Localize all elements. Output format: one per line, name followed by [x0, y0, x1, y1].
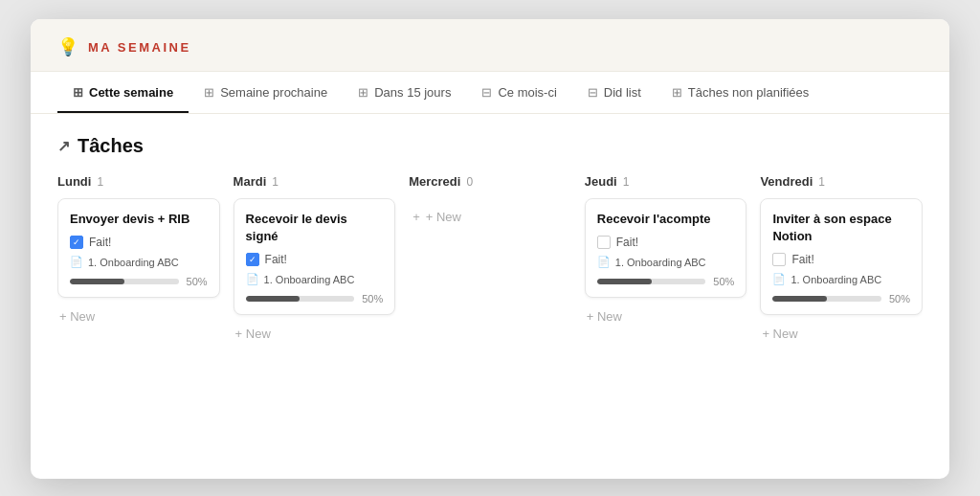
checkbox-row-vendredi-0: Fait!: [772, 253, 910, 266]
progress-bg-jeudi-0: [597, 279, 706, 284]
tab-cette-semaine[interactable]: ⊞ Cette semaine: [57, 72, 189, 113]
page-title: MA SEMAINE: [88, 40, 191, 55]
progress-bg-vendredi-0: [772, 296, 881, 302]
checkbox-label-vendredi-0: Fait!: [791, 253, 813, 266]
col-header-vendredi: Vendredi 1: [760, 174, 923, 189]
card-lundi-0[interactable]: Envoyer devis + RIB Fait! 📄 1. Onboardin…: [57, 198, 220, 298]
mercredi-content: + + New: [409, 198, 571, 345]
tab-ce-mois-ci[interactable]: ⊟ Ce mois-ci: [466, 72, 571, 113]
col-mercredi: Mercredi 0 + + New: [409, 174, 571, 345]
tab-label-did-list: Did list: [604, 85, 641, 100]
tasks-arrow-icon: ↗: [57, 137, 70, 155]
tab-semaine-prochaine[interactable]: ⊞ Semaine prochaine: [189, 72, 343, 113]
new-btn-lundi[interactable]: + New: [57, 305, 220, 327]
progress-fill-vendredi-0: [772, 296, 827, 302]
empty-new-btn-mercredi[interactable]: + + New: [409, 202, 465, 232]
col-vendredi: Vendredi 1 Inviter à son espace Notion F…: [760, 174, 923, 345]
col-day-vendredi: Vendredi: [760, 174, 813, 189]
tab-taches-non-planifiees[interactable]: ⊞ Tâches non planifiées: [657, 72, 824, 113]
tabs-bar: ⊞ Cette semaine ⊞ Semaine prochaine ⊞ Da…: [31, 72, 949, 114]
tab-did-list[interactable]: ⊟ Did list: [572, 72, 657, 113]
link-text-jeudi-0: 1. Onboarding ABC: [615, 257, 706, 268]
checkbox-row-mardi-0: Fait!: [246, 253, 384, 266]
tab-label-ce-mois-ci: Ce mois-ci: [498, 85, 556, 100]
tab-label-semaine-prochaine: Semaine prochaine: [220, 85, 327, 100]
progress-fill-lundi-0: [70, 279, 124, 284]
checkbox-jeudi-0[interactable]: [597, 236, 611, 249]
col-count-jeudi: 1: [623, 175, 630, 189]
new-btn-jeudi[interactable]: + New: [585, 305, 747, 327]
col-count-lundi: 1: [97, 175, 103, 189]
progress-label-mardi-0: 50%: [362, 293, 383, 304]
checkbox-label-lundi-0: Fait!: [89, 236, 111, 249]
tab-icon-did-list: ⊟: [588, 85, 598, 100]
progress-row-mardi-0: 50%: [246, 293, 384, 304]
tab-icon-semaine-prochaine: ⊞: [204, 85, 214, 100]
progress-fill-jeudi-0: [597, 279, 652, 284]
progress-bg-mardi-0: [246, 296, 355, 302]
link-row-lundi-0: 📄 1. Onboarding ABC: [70, 256, 208, 268]
col-count-mercredi: 0: [466, 175, 473, 189]
col-header-jeudi: Jeudi 1: [585, 174, 747, 189]
tab-icon-taches-non-planifiees: ⊞: [672, 85, 682, 100]
tab-icon-dans-15-jours: ⊞: [358, 85, 368, 100]
new-btn-vendredi[interactable]: + New: [760, 323, 923, 345]
checkbox-label-jeudi-0: Fait!: [616, 236, 638, 249]
card-title-vendredi-0: Inviter à son espace Notion: [772, 211, 910, 245]
link-icon-vendredi-0: 📄: [772, 273, 786, 285]
checkbox-row-lundi-0: Fait!: [70, 236, 208, 249]
bulb-icon: 💡: [57, 36, 78, 57]
section-title-label: Tâches: [78, 135, 144, 157]
checkbox-label-mardi-0: Fait!: [265, 253, 287, 266]
section-header: ↗ Tâches: [57, 135, 923, 157]
link-icon-mardi-0: 📄: [246, 273, 259, 285]
checkbox-row-jeudi-0: Fait!: [597, 236, 735, 249]
progress-row-vendredi-0: 50%: [772, 293, 910, 304]
card-title-jeudi-0: Recevoir l'acompte: [597, 211, 735, 228]
progress-row-lundi-0: 50%: [70, 276, 208, 287]
col-day-lundi: Lundi: [57, 174, 91, 189]
col-count-vendredi: 1: [818, 175, 825, 189]
checkbox-lundi-0[interactable]: [70, 236, 83, 249]
link-icon-lundi-0: 📄: [70, 256, 83, 268]
col-jeudi: Jeudi 1 Recevoir l'acompte Fait! 📄 1. On…: [585, 174, 747, 345]
new-btn-label-mardi: + New: [235, 327, 271, 341]
col-lundi: Lundi 1 Envoyer devis + RIB Fait! 📄 1. O…: [57, 174, 220, 345]
new-btn-label-jeudi: + New: [587, 309, 622, 324]
link-text-lundi-0: 1. Onboarding ABC: [88, 257, 179, 268]
link-text-mardi-0: 1. Onboarding ABC: [264, 274, 355, 285]
kanban-board: Lundi 1 Envoyer devis + RIB Fait! 📄 1. O…: [57, 174, 923, 345]
link-text-vendredi-0: 1. Onboarding ABC: [791, 274, 881, 285]
card-mardi-0[interactable]: Recevoir le devis signé Fait! 📄 1. Onboa…: [234, 198, 396, 315]
col-header-mercredi: Mercredi 0: [409, 174, 571, 189]
tab-label-dans-15-jours: Dans 15 jours: [374, 85, 451, 100]
tab-icon-ce-mois-ci: ⊟: [481, 85, 492, 100]
progress-fill-mardi-0: [246, 296, 301, 302]
link-icon-jeudi-0: 📄: [597, 256, 611, 268]
col-count-mardi: 1: [272, 175, 278, 189]
tab-dans-15-jours[interactable]: ⊞ Dans 15 jours: [343, 72, 466, 113]
checkbox-mardi-0[interactable]: [246, 253, 259, 266]
checkbox-vendredi-0[interactable]: [772, 253, 786, 266]
card-jeudi-0[interactable]: Recevoir l'acompte Fait! 📄 1. Onboarding…: [585, 198, 747, 298]
col-day-jeudi: Jeudi: [585, 174, 617, 189]
empty-new-label-mercredi: + New: [426, 210, 461, 224]
progress-row-jeudi-0: 50%: [597, 276, 735, 287]
main-window: 💡 MA SEMAINE ⊞ Cette semaine ⊞ Semaine p…: [31, 19, 949, 479]
card-vendredi-0[interactable]: Inviter à son espace Notion Fait! 📄 1. O…: [760, 198, 923, 315]
col-header-lundi: Lundi 1: [57, 174, 220, 189]
tab-label-cette-semaine: Cette semaine: [89, 85, 173, 100]
col-day-mercredi: Mercredi: [409, 174, 460, 189]
card-title-lundi-0: Envoyer devis + RIB: [70, 211, 208, 228]
link-row-jeudi-0: 📄 1. Onboarding ABC: [597, 256, 735, 268]
tab-icon-cette-semaine: ⊞: [73, 85, 83, 100]
progress-label-lundi-0: 50%: [187, 276, 208, 287]
new-btn-mardi[interactable]: + New: [234, 323, 396, 345]
empty-new-icon-mercredi: +: [412, 210, 420, 224]
tab-label-taches-non-planifiees: Tâches non planifiées: [688, 85, 809, 100]
progress-label-vendredi-0: 50%: [889, 293, 910, 304]
link-row-vendredi-0: 📄 1. Onboarding ABC: [772, 273, 910, 285]
col-mardi: Mardi 1 Recevoir le devis signé Fait! 📄 …: [234, 174, 396, 345]
new-btn-label-lundi: + New: [59, 309, 95, 324]
progress-bg-lundi-0: [70, 279, 179, 284]
